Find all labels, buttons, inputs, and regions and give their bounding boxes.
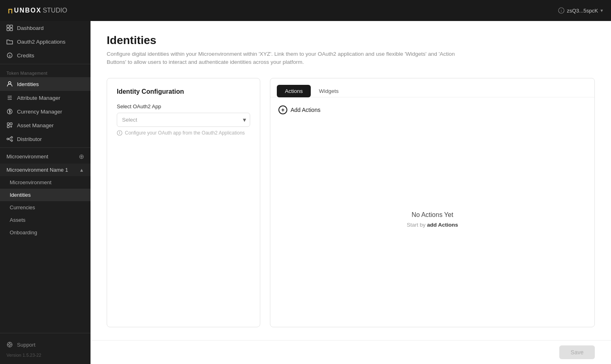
oauth2-app-select[interactable]: Select xyxy=(117,113,250,127)
hint-info-icon xyxy=(117,130,122,136)
distributor-label: Distributor xyxy=(17,136,42,142)
svg-rect-5 xyxy=(10,28,13,31)
logo: ⊓ UNBOX STUDIO xyxy=(8,6,67,15)
attribute-manager-label: Attribute Manager xyxy=(17,95,60,101)
asset-icon xyxy=(6,122,13,128)
coin-icon: $ xyxy=(6,52,13,59)
top-header: ⊓ UNBOX STUDIO i zsQ3...5spcK ▾ xyxy=(0,0,611,21)
currency-manager-label: Currency Manager xyxy=(17,109,62,115)
svg-line-23 xyxy=(8,139,11,140)
sidebar-sub-assets[interactable]: Assets xyxy=(0,214,91,226)
actions-tabs: Actions Widgets xyxy=(270,78,594,97)
sidebar-sub-onboarding[interactable]: Onboarding xyxy=(0,226,91,239)
svg-point-19 xyxy=(7,138,8,140)
svg-rect-2 xyxy=(7,25,9,27)
microenvironment-name-row[interactable]: Microenvironment Name 1 ▲ xyxy=(0,164,91,176)
svg-rect-3 xyxy=(10,25,13,27)
svg-rect-18 xyxy=(7,126,9,128)
user-menu[interactable]: i zsQ3...5spcK ▾ xyxy=(558,7,603,14)
save-button[interactable]: Save xyxy=(559,345,595,359)
svg-point-25 xyxy=(9,344,11,346)
svg-rect-16 xyxy=(7,123,9,125)
credits-label: Credits xyxy=(17,53,34,59)
svg-point-20 xyxy=(11,137,13,138)
version-text: Version 1.5.23-22 xyxy=(0,351,91,359)
identities-label: Identities xyxy=(17,81,39,87)
actions-content: + Add Actions No Actions Yet Start by ad… xyxy=(270,97,594,327)
page-description: Configure digital identities within your… xyxy=(107,50,470,67)
tab-widgets[interactable]: Widgets xyxy=(311,85,347,97)
page-title: Identities xyxy=(107,34,595,47)
sidebar-item-currency-manager[interactable]: Currency Manager xyxy=(0,105,91,118)
svg-rect-17 xyxy=(10,123,12,125)
select-wrapper: Select ▾ xyxy=(117,113,250,127)
logo-name: UNBOX xyxy=(14,7,42,14)
empty-subtitle: Start by add Actions xyxy=(407,222,458,228)
currency-icon xyxy=(6,108,13,115)
svg-rect-4 xyxy=(7,28,9,31)
svg-point-13 xyxy=(10,97,11,99)
sidebar-nav-oauth2[interactable]: Oauth2 Applications xyxy=(0,35,91,48)
oauth2-label: Oauth2 Applications xyxy=(17,39,65,45)
svg-point-32 xyxy=(120,132,120,132)
svg-line-22 xyxy=(8,138,11,139)
support-icon xyxy=(6,341,13,348)
microenvironment-header[interactable]: Microenvironment ⊕ xyxy=(0,149,91,164)
microenvironment-name: Microenvironment Name 1 xyxy=(6,167,68,173)
svg-text:i: i xyxy=(561,9,562,13)
sidebar-divider-1 xyxy=(0,64,91,64)
main-layout: Dashboard Oauth2 Applications $ Credits … xyxy=(0,21,611,364)
sidebar-item-identities[interactable]: Identities xyxy=(0,77,91,91)
sidebar-sub-identities[interactable]: Identities xyxy=(0,189,91,201)
svg-point-8 xyxy=(8,82,11,84)
microenvironment-header-label: Microenvironment xyxy=(6,154,48,160)
microenvironment-add-icon[interactable]: ⊕ xyxy=(79,153,84,160)
actions-panel: Actions Widgets + Add Actions No Actions… xyxy=(270,78,595,328)
hint-text: Configure your OAuth app from the Oauth2… xyxy=(125,130,245,136)
svg-text:$: $ xyxy=(9,54,11,58)
logo-u: ⊓ xyxy=(8,6,13,15)
support-label: Support xyxy=(17,342,36,348)
dashboard-icon xyxy=(6,25,13,31)
add-actions-label: Add Actions xyxy=(291,107,320,113)
card-title: Identity Configuration xyxy=(117,88,250,95)
sidebar-sub-microenvironment[interactable]: Microenvironment xyxy=(0,176,91,189)
svg-point-12 xyxy=(8,96,10,97)
sidebar-divider-2 xyxy=(0,147,91,148)
bottom-bar: Save xyxy=(91,340,611,364)
content-wrapper: Identities Configure digital identities … xyxy=(91,21,611,364)
select-oauth-label: Select OAuth2 App xyxy=(117,103,250,109)
info-icon: i xyxy=(558,7,565,14)
sidebar-item-attribute-manager[interactable]: Attribute Manager xyxy=(0,91,91,105)
distributor-icon xyxy=(6,136,13,142)
empty-state: No Actions Yet Start by add Actions xyxy=(278,121,586,319)
sidebar-footer: Support Version 1.5.23-22 xyxy=(0,333,91,364)
sidebar-item-distributor[interactable]: Distributor xyxy=(0,132,91,146)
folder-icon xyxy=(6,38,13,45)
config-hint: Configure your OAuth app from the Oauth2… xyxy=(117,130,250,136)
dashboard-label: Dashboard xyxy=(17,25,44,31)
svg-point-14 xyxy=(8,99,10,100)
tab-actions[interactable]: Actions xyxy=(277,85,311,97)
sidebar-nav-credits[interactable]: $ Credits xyxy=(0,48,91,62)
user-display-name: zsQ3...5spcK xyxy=(567,8,598,14)
asset-manager-label: Asset Manager xyxy=(17,122,54,128)
add-actions-button[interactable]: + Add Actions xyxy=(278,105,586,114)
token-management-label: Token Management xyxy=(0,66,91,77)
user-chevron-icon: ▾ xyxy=(600,8,603,13)
sidebar: Dashboard Oauth2 Applications $ Credits … xyxy=(0,21,91,364)
content-area: Identities Configure digital identities … xyxy=(91,21,611,340)
identity-config-card: Identity Configuration Select OAuth2 App… xyxy=(107,78,260,328)
logo-studio: STUDIO xyxy=(43,7,67,14)
identity-layout: Identity Configuration Select OAuth2 App… xyxy=(107,78,595,328)
person-icon xyxy=(6,81,13,87)
sliders-icon xyxy=(6,95,13,101)
sidebar-sub-currencies[interactable]: Currencies xyxy=(0,201,91,214)
sidebar-item-asset-manager[interactable]: Asset Manager xyxy=(0,118,91,132)
add-circle-icon: + xyxy=(278,105,287,114)
support-item[interactable]: Support xyxy=(0,338,91,351)
sidebar-nav-dashboard[interactable]: Dashboard xyxy=(0,21,91,35)
microenvironment-collapse-icon: ▲ xyxy=(79,167,84,173)
svg-point-21 xyxy=(11,140,13,141)
empty-title: No Actions Yet xyxy=(411,211,453,219)
